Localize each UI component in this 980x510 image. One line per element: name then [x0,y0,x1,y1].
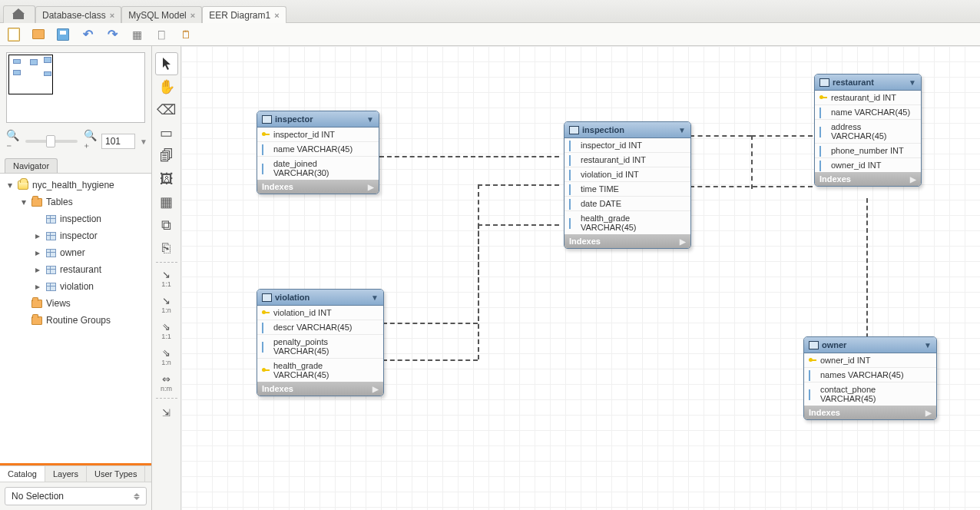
column-row[interactable]: violation_id INT [257,306,383,320]
tree-table-owner[interactable]: ▸owner [28,244,151,261]
entity-violation[interactable]: violation ▼ violation_id INTdescr VARCHA… [257,289,384,396]
tree-table-violation[interactable]: ▸violation [28,278,151,295]
tab-mysql-model[interactable]: MySQL Model × [121,6,202,23]
relationship-line[interactable] [690,186,813,187]
tree-table-inspector[interactable]: ▸inspector [28,227,151,244]
entity-header[interactable]: inspector ▼ [257,111,379,128]
expand-icon[interactable]: ▸ [34,247,41,258]
relationship-line[interactable] [751,135,813,137]
entity-indexes[interactable]: Indexes▶ [804,406,936,419]
chevron-down-icon[interactable]: ▼ [371,293,379,302]
entity-indexes[interactable]: Indexes▶ [815,172,921,186]
expand-icon[interactable]: ▾ [6,180,14,190]
expand-icon[interactable]: ▾ [20,197,28,207]
entity-inspector[interactable]: inspector ▼ inspector_id INTname VARCHAR… [257,111,379,194]
zoom-out-button[interactable]: 🔍⁻ [6,129,19,154]
chevron-right-icon[interactable]: ▶ [680,237,686,246]
column-row[interactable]: owner_id INT [804,353,936,367]
tree-views-node[interactable]: Views [14,295,151,312]
zoom-slider[interactable] [25,140,78,143]
tool-note[interactable]: 🗐 [155,144,178,167]
close-icon[interactable]: × [190,11,195,20]
column-row[interactable]: names VARCHAR(45) [804,367,936,382]
relationship-line[interactable] [478,224,559,226]
chevron-down-icon[interactable]: ▼ [924,341,932,349]
chevron-down-icon[interactable]: ▼ [366,115,374,124]
entity-header[interactable]: restaurant ▼ [815,75,921,91]
column-row[interactable]: owner_id INT [815,157,921,172]
chevron-right-icon[interactable]: ▶ [372,385,379,393]
entity-inspection[interactable]: inspection ▼ inspector_id INTrestaurant_… [564,121,691,249]
close-icon[interactable]: × [110,11,114,20]
tree-table-inspection[interactable]: inspection [28,210,151,227]
toggle-grid-button[interactable]: ▦ [129,27,144,42]
tool-pointer[interactable] [155,52,178,75]
chevron-right-icon[interactable]: ▶ [368,183,374,191]
tool-view[interactable]: ⧉ [155,214,178,237]
tool-rel-n-m[interactable]: ⇔n:m [155,369,178,396]
entity-header[interactable]: inspection ▼ [564,122,690,138]
relationship-line[interactable] [382,359,478,361]
chevron-down-icon[interactable]: ▼ [678,126,686,134]
column-row[interactable]: inspector_id INT [257,128,379,141]
expand-icon[interactable]: ▸ [34,264,41,275]
tab-database-class[interactable]: Database-class × [35,6,121,23]
tree-table-restaurant[interactable]: ▸restaurant [28,261,151,278]
tool-rel-existing[interactable]: ⇲ [155,401,178,424]
minimap[interactable] [6,52,145,123]
close-icon[interactable]: × [274,11,279,20]
column-row[interactable]: phone_number INT [815,143,921,157]
notes-button[interactable]: 🗒 [178,27,194,42]
column-row[interactable]: name VARCHAR(45) [257,141,379,156]
relationship-line[interactable] [382,323,478,324]
selection-dropdown[interactable]: No Selection [5,487,147,505]
undo-button[interactable]: ↶ [80,27,95,42]
column-row[interactable]: contact_phone VARCHAR(45) [804,382,936,406]
column-row[interactable]: violation_id INT [564,167,690,181]
relationship-line[interactable] [478,224,479,359]
expand-icon[interactable]: ▸ [34,281,41,292]
tool-layer[interactable]: ▭ [155,121,178,144]
tool-table[interactable]: ▦ [155,190,178,214]
column-row[interactable]: date_joined VARCHAR(30) [257,156,379,180]
relationship-line[interactable] [866,198,868,338]
relationship-line[interactable] [379,156,559,157]
subtab-layers[interactable]: Layers [45,466,87,482]
subtab-user-types[interactable]: User Types [87,466,145,482]
diagram-canvas[interactable]: inspector ▼ inspector_id INTname VARCHAR… [181,46,980,510]
entity-restaurant[interactable]: restaurant ▼ restaurant_id INTname VARCH… [814,74,922,187]
tool-rel-1-1-nonid[interactable]: ↘1:1 [155,265,178,291]
tool-image[interactable]: 🖼 [155,167,178,190]
entity-header[interactable]: violation ▼ [257,290,383,306]
tree-routines-node[interactable]: Routine Groups [14,312,151,329]
column-row[interactable]: inspector_id INT [564,138,690,152]
zoom-value-input[interactable] [101,134,135,149]
tree-tables-node[interactable]: ▾ Tables [14,194,151,210]
open-file-button[interactable] [31,27,46,42]
tab-eer-diagram[interactable]: EER Diagram1 × [202,6,286,23]
tool-hand[interactable]: ✋ [155,75,178,98]
subtab-catalog[interactable]: Catalog [0,466,45,482]
column-row[interactable]: address VARCHAR(45) [815,119,921,143]
column-row[interactable]: health_grade VARCHAR(45) [564,210,690,234]
entity-indexes[interactable]: Indexes▶ [257,382,383,396]
tool-rel-1-n-nonid[interactable]: ↘1:n [155,291,178,317]
column-row[interactable]: penalty_points VARCHAR(45) [257,334,383,358]
chevron-down-icon[interactable]: ▼ [909,78,916,87]
column-row[interactable]: descr VARCHAR(45) [257,320,383,334]
chevron-right-icon[interactable]: ▶ [925,409,932,417]
tool-rel-1-1-id[interactable]: ⇘1:1 [155,317,178,343]
relationship-line[interactable] [751,135,753,189]
tree-db-node[interactable]: ▾ nyc_health_hygiene [0,177,151,194]
entity-indexes[interactable]: Indexes▶ [564,234,690,248]
tool-eraser[interactable]: ⌫ [155,98,178,121]
tab-home[interactable] [3,5,35,23]
column-row[interactable]: name VARCHAR(45) [815,104,921,119]
entity-owner[interactable]: owner ▼ owner_id INTnames VARCHAR(45)con… [803,336,937,420]
spinner-icon[interactable] [134,493,140,500]
chevron-right-icon[interactable]: ▶ [910,175,916,184]
entity-header[interactable]: owner ▼ [804,337,936,353]
redo-button[interactable]: ↷ [104,27,120,42]
relationship-line[interactable] [690,135,751,137]
zoom-in-button[interactable]: 🔍⁺ [84,129,97,154]
